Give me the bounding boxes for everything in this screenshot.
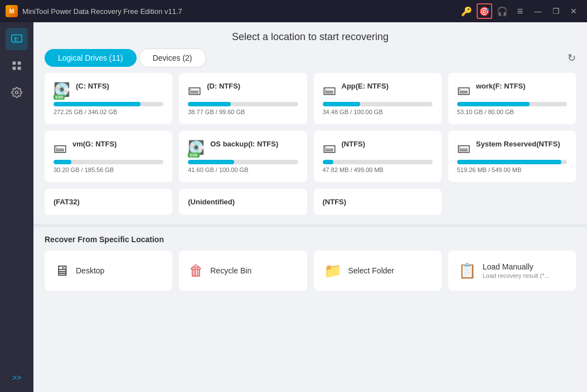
drive-name-sysres: System Reserved(NTFS): [476, 140, 560, 148]
svg-rect-4: [13, 67, 16, 70]
tab-devices[interactable]: Devices (2): [139, 48, 206, 67]
key-icon-button[interactable]: 🔑: [459, 3, 474, 19]
drive-progress-e: [323, 102, 433, 106]
folder-label: Select Folder: [348, 266, 394, 275]
app-window: M MiniTool Power Data Recovery Free Edit…: [0, 0, 587, 392]
app-title: MiniTool Power Data Recovery Free Editio…: [22, 7, 182, 16]
drive-card-f[interactable]: 🖴 work(F: NTFS) 53.10 GB / 80.00 GB: [448, 73, 576, 124]
close-button[interactable]: ✕: [566, 3, 581, 19]
sidebar: >>: [0, 22, 33, 392]
drive-size-e: 34.48 GB / 100.00 GB: [323, 109, 433, 115]
headphone-icon-button[interactable]: 🎧: [494, 3, 510, 19]
drive-name-d: (D: NTFS): [207, 82, 240, 90]
drive-icon-i: 💽 SSD: [188, 140, 205, 155]
title-bar: M MiniTool Power Data Recovery Free Edit…: [0, 0, 587, 22]
load-sublabel: Load recovery result (*...: [483, 272, 550, 279]
drive-name-ntfs2: (NTFS): [323, 198, 433, 206]
sidebar-item-settings[interactable]: [6, 81, 28, 104]
drive-name-f: work(F: NTFS): [476, 82, 526, 90]
tab-logical-drives[interactable]: Logical Drives (11): [45, 49, 137, 67]
drive-name-i: OS backup(I: NTFS): [210, 140, 278, 148]
refresh-button[interactable]: ↻: [567, 52, 576, 64]
location-card-folder[interactable]: 📁 Select Folder: [314, 251, 442, 291]
folder-icon: 📁: [324, 262, 342, 280]
drive-size-d: 38.77 GB / 99.60 GB: [188, 109, 298, 115]
drive-name-g: vm(G: NTFS): [72, 140, 117, 148]
load-icon: 📋: [458, 262, 476, 280]
minimize-button[interactable]: —: [530, 3, 546, 19]
drive-card-ntfs[interactable]: 🖴 (NTFS) 47.82 MB / 499.00 MB: [314, 131, 442, 182]
desktop-icon: 🖥: [55, 262, 69, 280]
main-layout: >> Select a location to start recovering…: [0, 22, 587, 392]
page-header: Select a location to start recovering: [33, 22, 587, 48]
drive-size-g: 30.20 GB / 185.56 GB: [54, 166, 163, 173]
drive-progress-c: [54, 102, 163, 106]
specific-location-section: Recover From Specific Location 🖥 Desktop…: [33, 227, 587, 298]
ssd-badge-i: SSD: [188, 153, 199, 158]
sidebar-item-grid[interactable]: [6, 55, 28, 77]
drive-icon-sysres: 🖴: [457, 140, 470, 155]
drive-card-g[interactable]: 🖴 vm(G: NTFS) 30.20 GB / 185.56 GB: [45, 131, 172, 182]
svg-rect-2: [13, 62, 16, 65]
svg-rect-0: [12, 35, 22, 42]
svg-rect-1: [14, 37, 16, 41]
drive-name-e: App(E: NTFS): [342, 82, 389, 90]
title-bar-logo: M MiniTool Power Data Recovery Free Edit…: [6, 5, 459, 17]
maximize-button[interactable]: ❐: [548, 3, 564, 19]
drive-progress-f: [457, 102, 567, 106]
specific-location-title: Recover From Specific Location: [45, 235, 576, 244]
drives-section: 💽 SSD (C: NTFS) 272.25 GB / 346.02 GB: [33, 73, 587, 215]
drive-size-sysres: 519.26 MB / 549.00 MB: [457, 166, 567, 173]
drive-card-ntfs2[interactable]: (NTFS): [314, 189, 442, 215]
location-card-desktop[interactable]: 🖥 Desktop: [45, 251, 172, 291]
sidebar-bottom: >>: [8, 369, 26, 386]
drive-card-c[interactable]: 💽 SSD (C: NTFS) 272.25 GB / 346.02 GB: [45, 73, 172, 124]
sidebar-item-recovery[interactable]: [6, 28, 28, 50]
drive-icon-e: 🖴: [323, 82, 336, 97]
desktop-label: Desktop: [76, 266, 104, 275]
drive-name-fat32: (FAT32): [54, 198, 163, 206]
drive-card-e[interactable]: 🖴 App(E: NTFS) 34.48 GB / 100.00 GB: [314, 73, 442, 124]
svg-rect-3: [18, 62, 21, 65]
content-area: Select a location to start recovering Lo…: [33, 22, 587, 392]
drive-icon-d: 🖴: [188, 82, 201, 97]
app-logo-icon: M: [6, 5, 18, 17]
drive-card-sysres[interactable]: 🖴 System Reserved(NTFS) 519.26 MB / 549.…: [448, 131, 576, 182]
svg-point-6: [16, 91, 18, 94]
drive-name-unidentified: (Unidentified): [188, 198, 298, 206]
drive-card-i[interactable]: 💽 SSD OS backup(I: NTFS) 41.60 GB / 100.…: [179, 131, 307, 182]
drive-size-ntfs: 47.82 MB / 499.00 MB: [323, 166, 433, 173]
location-card-recycle[interactable]: 🗑 Recycle Bin: [179, 251, 307, 291]
drives-grid-top: 💽 SSD (C: NTFS) 272.25 GB / 346.02 GB: [45, 73, 576, 182]
drive-name-ntfs: (NTFS): [342, 140, 366, 148]
drive-progress-sysres: [457, 160, 567, 164]
load-label: Load Manually: [483, 262, 550, 271]
drive-size-i: 41.60 GB / 100.00 GB: [188, 166, 298, 173]
menu-icon-button[interactable]: ≡: [512, 3, 528, 19]
drive-size-c: 272.25 GB / 346.02 GB: [54, 109, 163, 115]
location-grid: 🖥 Desktop 🗑 Recycle Bin 📁: [45, 251, 576, 291]
drive-icon-ntfs: 🖴: [323, 140, 336, 155]
svg-rect-5: [18, 67, 21, 70]
drive-progress-ntfs: [323, 160, 433, 164]
recycle-label: Recycle Bin: [210, 266, 251, 275]
ssd-badge-c: SSD: [54, 95, 65, 100]
drive-progress-d: [188, 102, 298, 106]
drive-progress-i: [188, 160, 298, 164]
drives-grid-bottom: (FAT32) (Unidentified) (NTFS): [45, 189, 576, 215]
drive-card-d[interactable]: 🖴 (D: NTFS) 38.77 GB / 99.60 GB: [179, 73, 307, 124]
drive-card-unidentified[interactable]: (Unidentified): [179, 189, 307, 215]
drive-progress-g: [54, 160, 163, 164]
drive-icon-g: 🖴: [54, 140, 67, 155]
drive-name-c: (C: NTFS): [76, 82, 109, 90]
drive-size-f: 53.10 GB / 80.00 GB: [457, 109, 567, 115]
tabs-container: Logical Drives (11) Devices (2) ↻: [33, 48, 587, 67]
title-bar-controls: 🔑 🎯 🎧 ≡ — ❐ ✕: [459, 3, 581, 19]
drive-icon-f: 🖴: [457, 82, 470, 97]
sidebar-expand-arrow[interactable]: >>: [8, 369, 26, 386]
drive-icon-c: 💽 SSD: [54, 82, 70, 97]
location-card-load[interactable]: 📋 Load Manually Load recovery result (*.…: [448, 251, 576, 291]
recycle-icon: 🗑: [189, 262, 203, 280]
drive-card-fat32[interactable]: (FAT32): [45, 189, 172, 215]
target-icon-button[interactable]: 🎯: [477, 3, 492, 19]
